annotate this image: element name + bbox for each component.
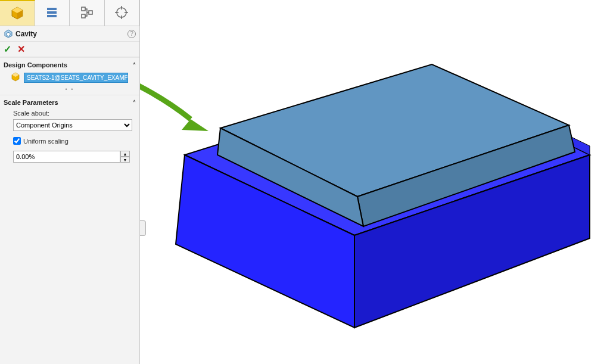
crosshair-icon: [114, 5, 129, 21]
svg-rect-2: [47, 15, 57, 17]
component-icon: [11, 72, 20, 83]
section-title: Design Components: [4, 61, 67, 69]
feature-header: Cavity ?: [0, 26, 139, 42]
svg-rect-4: [82, 14, 85, 18]
cube-icon: [10, 6, 24, 21]
scale-about-label: Scale about:: [0, 108, 139, 118]
svg-rect-1: [47, 11, 57, 14]
uniform-scaling-label: Uniform scaling: [23, 138, 69, 145]
tab-property-manager[interactable]: [35, 0, 70, 26]
scale-value-input[interactable]: [13, 151, 120, 163]
svg-rect-3: [82, 7, 85, 11]
property-manager-panel: Cavity ? ✓ ✕ Design Components ˄ SEATS2-…: [0, 0, 140, 364]
scale-spinner: ▲ ▼: [120, 151, 130, 163]
viewport-3d[interactable]: [140, 0, 610, 364]
uniform-scaling-checkbox[interactable]: [13, 137, 21, 145]
help-icon[interactable]: ?: [127, 30, 136, 38]
chevron-up-icon: ˄: [133, 99, 136, 106]
spin-up-button[interactable]: ▲: [120, 151, 130, 157]
section-scale-parameters[interactable]: Scale Parameters ˄: [0, 95, 139, 108]
tab-dimxpert[interactable]: [105, 0, 140, 26]
feature-title: Cavity: [15, 30, 37, 38]
svg-rect-5: [89, 11, 92, 14]
scale-about-select[interactable]: Component Origins: [13, 119, 132, 131]
svg-rect-0: [47, 8, 57, 10]
model-rendering: [140, 0, 610, 364]
cancel-button[interactable]: ✕: [17, 43, 25, 55]
selected-component-field[interactable]: SEATS2-1@SEATS_CAVITY_EXAMPLE: [24, 73, 128, 83]
svg-marker-15: [182, 119, 208, 131]
section-title: Scale Parameters: [4, 99, 58, 106]
spin-down-button[interactable]: ▼: [120, 157, 130, 163]
list-resize-grip[interactable]: • •: [0, 86, 139, 95]
list-icon: [45, 5, 59, 21]
section-design-components[interactable]: Design Components ˄: [0, 57, 139, 71]
tree-icon: [80, 5, 94, 21]
panel-tabstrip: [0, 0, 139, 26]
callout-arrow-icon: [140, 83, 208, 131]
cavity-icon: [4, 29, 13, 39]
confirm-row: ✓ ✕: [0, 42, 139, 57]
tab-configuration-manager[interactable]: [70, 0, 105, 26]
design-components-row: SEATS2-1@SEATS_CAVITY_EXAMPLE: [0, 71, 139, 86]
ok-button[interactable]: ✓: [4, 43, 11, 55]
chevron-up-icon: ˄: [133, 62, 136, 69]
tab-feature-manager[interactable]: [0, 0, 35, 26]
